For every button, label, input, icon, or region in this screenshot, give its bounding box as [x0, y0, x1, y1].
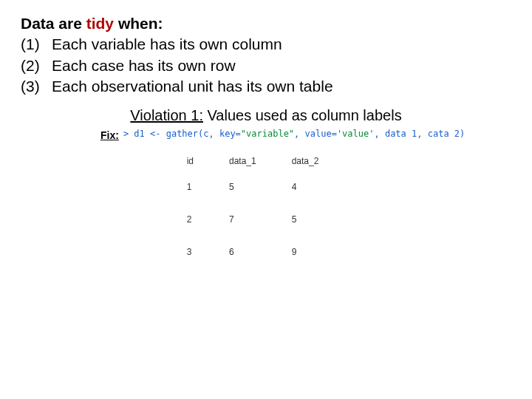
- col-header: data_1: [225, 156, 287, 171]
- list-item: (2) Each case has its own row: [21, 55, 511, 76]
- col-header: id: [183, 156, 225, 171]
- list-item: (3) Each observational unit has its own …: [21, 76, 511, 97]
- list-item: (1) Each variable has its own column: [21, 34, 511, 55]
- heading-tidy: tidy: [86, 15, 114, 32]
- list-item-text: Each variable has its own column: [52, 34, 282, 55]
- cell: 5: [225, 171, 287, 203]
- code-part: , value=: [294, 129, 337, 139]
- code-prompt: >: [123, 129, 134, 139]
- cell: 2: [183, 203, 225, 236]
- code-line: > d1 <- gather(c, key="variable", value=…: [123, 129, 465, 139]
- heading-prefix: Data are: [21, 15, 86, 32]
- list-item-text: Each observational unit has its own tabl…: [52, 76, 333, 97]
- code-string: 'value': [337, 129, 375, 139]
- cell: 6: [225, 236, 287, 268]
- col-header: data_2: [287, 156, 350, 171]
- cell: 5: [287, 203, 350, 236]
- cell: 7: [225, 203, 287, 236]
- table-wrap: id data_1 data_2 1 5 4 2 7 5 3 6 9: [21, 156, 511, 268]
- violation-heading: Violation 1: Values used as column label…: [21, 107, 511, 124]
- code-string: "variable": [241, 129, 294, 139]
- cell: 9: [287, 236, 350, 268]
- fix-label: Fix:: [100, 129, 123, 141]
- table-header-row: id data_1 data_2: [183, 156, 350, 171]
- fix-row: Fix: > d1 <- gather(c, key="variable", v…: [21, 129, 511, 141]
- cell: 3: [183, 236, 225, 268]
- table-row: 2 7 5: [183, 203, 350, 236]
- code-part: , data 1, cata 2): [374, 129, 465, 139]
- list-item-number: (1): [21, 34, 52, 55]
- list-item-number: (3): [21, 76, 52, 97]
- list-item-text: Each case has its own row: [52, 55, 236, 76]
- heading-suffix: when:: [114, 15, 163, 32]
- violation-lead: Violation 1:: [130, 107, 203, 123]
- cell: 1: [183, 171, 225, 203]
- cell: 4: [287, 171, 350, 203]
- violation-rest: Values used as column labels: [203, 107, 402, 123]
- heading: Data are tidy when:: [21, 13, 511, 34]
- table-row: 1 5 4: [183, 171, 350, 203]
- data-table: id data_1 data_2 1 5 4 2 7 5 3 6 9: [183, 156, 350, 268]
- table-row: 3 6 9: [183, 236, 350, 268]
- list-item-number: (2): [21, 55, 52, 76]
- code-part: d1 <- gather(c, key=: [134, 129, 241, 139]
